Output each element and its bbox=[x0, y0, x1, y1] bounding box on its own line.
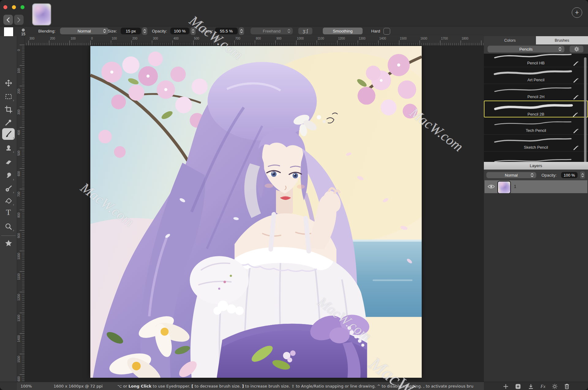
brush-tool[interactable]: › bbox=[2, 128, 15, 140]
layer-opacity-label: Opacity: bbox=[541, 173, 557, 178]
new-document-button[interactable]: + bbox=[572, 7, 582, 18]
pencil-icon bbox=[573, 60, 579, 67]
brush-stroke-preview bbox=[492, 102, 575, 112]
canvas-artwork[interactable] bbox=[90, 46, 422, 378]
size-stepper[interactable] bbox=[142, 27, 147, 35]
ruler-tick-label: 1400 bbox=[379, 37, 386, 40]
size-label: Size: bbox=[108, 29, 117, 33]
flow-input[interactable]: 55.5 % bbox=[215, 28, 238, 34]
brush-name: Tech Pencil bbox=[484, 128, 588, 133]
smudge-tool[interactable]: › bbox=[2, 170, 15, 182]
chevron-up-icon bbox=[581, 173, 584, 175]
size-input[interactable]: 15 px bbox=[121, 28, 141, 34]
back-button[interactable] bbox=[3, 15, 13, 25]
bottom-left-corner bbox=[0, 382, 17, 390]
brush-stroke-preview bbox=[492, 54, 574, 61]
add-layer-button[interactable] bbox=[502, 383, 509, 390]
brush-size-indicator: 15 bbox=[18, 32, 28, 36]
opacity-input[interactable]: 100 % bbox=[170, 28, 189, 34]
layer-row[interactable]: 1 bbox=[484, 180, 587, 193]
pencil-icon bbox=[573, 94, 579, 100]
brush-category-value: Pencils bbox=[488, 47, 564, 52]
fill-bucket-icon bbox=[5, 197, 13, 205]
ruler-tick-label: 1500 bbox=[400, 37, 407, 40]
opacity-stepper[interactable] bbox=[190, 27, 196, 35]
brush-item[interactable]: Pencil HB bbox=[484, 54, 588, 67]
add-group-icon bbox=[515, 384, 521, 389]
crop-icon bbox=[5, 105, 13, 113]
ruler-tick-label: 300 bbox=[17, 105, 21, 119]
ruler-tick-label: 100 bbox=[70, 37, 76, 40]
brush-item[interactable]: Art Pencil bbox=[484, 67, 588, 84]
layer-blend-dropdown[interactable]: Normal bbox=[486, 172, 536, 178]
zoom-window-button[interactable] bbox=[21, 5, 24, 9]
ruler-tick-label: 600 bbox=[215, 37, 220, 40]
status-hint-text: ⌥ or Long Click to use Eyedropper. [ to … bbox=[117, 384, 480, 388]
curve-smoothing-icon: ʒ:ʃ bbox=[303, 29, 308, 33]
layer-thumbnail-image bbox=[498, 182, 510, 193]
smooth-curve-button[interactable]: ʒ:ʃ bbox=[298, 28, 312, 34]
stamp-tool[interactable]: › bbox=[2, 142, 15, 154]
brush-name: Pencil HB bbox=[484, 61, 588, 65]
chevron-left-icon bbox=[6, 17, 10, 23]
marquee-select-tool[interactable]: › bbox=[2, 91, 15, 102]
brush-name: Art Pencil bbox=[484, 78, 588, 82]
ruler-tick-label: 600 bbox=[17, 167, 21, 181]
foreground-color-swatch[interactable] bbox=[4, 27, 13, 37]
zoom-icon bbox=[5, 223, 13, 231]
blending-label: Blending: bbox=[38, 29, 55, 33]
brush-item-selected[interactable]: Pencil 2B bbox=[484, 101, 588, 117]
effects-button[interactable]: Fx bbox=[540, 383, 546, 390]
ruler-tick-label: 1300 bbox=[17, 311, 21, 325]
layer-visibility-eye-icon[interactable] bbox=[488, 184, 495, 189]
app-window: + 15 Blending: Normal Size: 15 px Opacit… bbox=[0, 0, 588, 390]
color-pin-tool[interactable]: › bbox=[2, 183, 15, 194]
layer-thumbnail[interactable] bbox=[497, 181, 511, 194]
minimize-window-button[interactable] bbox=[12, 5, 16, 9]
brush-name: Sketch Pencil bbox=[484, 145, 588, 150]
hard-checkbox[interactable] bbox=[383, 28, 390, 35]
text-tool[interactable]: T bbox=[2, 207, 15, 218]
layer-opacity-input[interactable]: 100 % bbox=[561, 172, 578, 178]
zoom-tool[interactable]: › bbox=[2, 221, 15, 232]
add-group-button[interactable] bbox=[514, 383, 521, 390]
brush-list: Pencil HB Art Pencil Pencil 2H Pencil 2B bbox=[484, 54, 588, 170]
brush-icon bbox=[5, 130, 13, 138]
favorites-tool[interactable] bbox=[2, 237, 15, 249]
crop-tool[interactable] bbox=[2, 104, 15, 115]
brush-item[interactable]: Sketch Pencil bbox=[484, 134, 588, 151]
tool-more-chevron: › bbox=[13, 228, 14, 232]
blending-value: Normal bbox=[60, 29, 108, 33]
brush-settings-button[interactable] bbox=[570, 46, 583, 52]
eraser-tool[interactable] bbox=[2, 156, 15, 167]
brush-item[interactable]: Tech Pencil bbox=[484, 117, 588, 135]
status-document-info: 1600 x 1600px @ 72 ppi bbox=[54, 384, 103, 388]
tool-more-chevron: › bbox=[13, 178, 14, 181]
brush-category-row: Pencils bbox=[484, 44, 588, 54]
move-tool[interactable] bbox=[2, 77, 15, 89]
import-button[interactable] bbox=[527, 383, 534, 390]
fill-bucket-tool[interactable]: › bbox=[2, 195, 15, 207]
chevron-up-icon bbox=[240, 29, 243, 31]
chevron-down-icon bbox=[581, 175, 584, 177]
layers-panel-empty-area bbox=[484, 193, 588, 382]
ruler-tick-label: 0 bbox=[17, 44, 21, 57]
forward-button[interactable] bbox=[14, 15, 24, 25]
blending-dropdown[interactable]: Normal bbox=[60, 28, 108, 34]
brush-category-dropdown[interactable]: Pencils bbox=[488, 46, 564, 52]
document-thumbnail[interactable] bbox=[32, 3, 51, 25]
stroke-mode-dropdown[interactable]: Freehand bbox=[251, 28, 293, 34]
adjustments-button[interactable] bbox=[551, 383, 558, 390]
delete-layer-button[interactable] bbox=[564, 383, 570, 390]
layer-opacity-stepper[interactable] bbox=[580, 171, 585, 179]
artwork-image bbox=[90, 46, 422, 378]
flow-stepper[interactable] bbox=[239, 27, 244, 35]
tab-brushes[interactable]: Brushes bbox=[536, 36, 588, 44]
brush-list-scrollbar[interactable] bbox=[584, 57, 586, 168]
eyedropper-tool[interactable] bbox=[2, 117, 15, 128]
brush-item[interactable]: Pencil 2H bbox=[484, 84, 588, 101]
close-window-button[interactable] bbox=[3, 5, 7, 9]
tab-colors[interactable]: Colors bbox=[484, 36, 536, 45]
stamp-icon bbox=[5, 144, 13, 152]
smoothing-button[interactable]: Smoothing bbox=[323, 28, 363, 34]
